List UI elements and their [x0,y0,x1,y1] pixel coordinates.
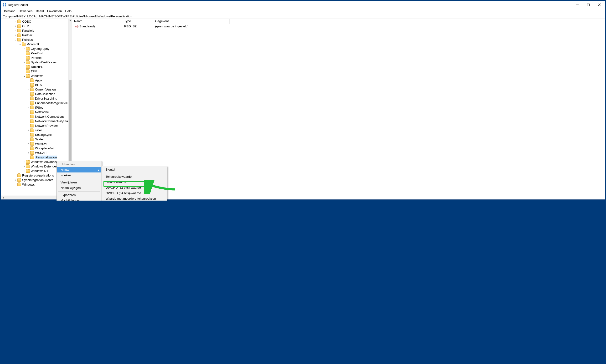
tree-item-label: Network Connections [35,115,65,118]
tree-item-system[interactable]: System [1,137,72,142]
tree-item-tpm[interactable]: TPM [1,69,72,74]
minimize-button[interactable] [572,1,583,8]
tree-item-safer[interactable]: ›safer [1,128,72,132]
tree-item-label: Partner [22,33,32,37]
folder-icon [17,38,21,41]
folder-icon [26,169,30,173]
tree-item-driversearching[interactable]: DriverSearching [1,96,72,101]
submenu-item-binaire-waarde[interactable]: Binaire waarde [102,179,167,185]
expand-icon[interactable]: › [27,106,30,109]
tree-item-networkconnectivitystatusindicator[interactable]: NetworkConnectivityStatusIndicator [1,119,72,123]
tree-item-bits[interactable]: BITS [1,83,72,87]
window-controls [572,1,605,8]
tree-item-wcmsvc[interactable]: ›WcmSvc [1,142,72,146]
folder-icon [30,151,34,155]
expand-icon[interactable]: › [14,29,17,32]
tree-item-appx[interactable]: Appx [1,78,72,83]
expand-icon[interactable]: › [23,61,26,64]
tree-item-wsdapi[interactable]: ›WSDAPI [1,151,72,155]
expand-icon[interactable]: › [27,143,30,145]
tree-item-windows[interactable]: ⌄Windows [1,74,72,78]
menu-beeld[interactable]: Beeld [35,9,45,13]
tree-item-network-connections[interactable]: Network Connections [1,114,72,119]
folder-icon [30,129,34,132]
expand-icon[interactable]: › [23,161,26,163]
expand-icon[interactable]: › [14,179,17,181]
ctx-item-naam-wijzigen[interactable]: Naam wijzigen [57,185,101,191]
tree-item-personalization[interactable]: Personalization [1,155,72,160]
expand-icon[interactable]: › [27,152,30,154]
submenu-item-waarde-met-meerdere-tekenreeksen[interactable]: Waarde met meerdere tekenreeksen [102,196,167,201]
menu-bewerken[interactable]: Bewerken [17,9,34,13]
expand-icon[interactable]: › [14,20,17,23]
folder-icon [26,165,30,168]
column-type[interactable]: Type [122,19,153,24]
tree-item-parallels[interactable]: ›Parallels [1,28,72,33]
tree-item-networkprovider[interactable]: NetworkProvider [1,123,72,128]
folder-icon [17,34,21,37]
collapse-icon[interactable]: ⌄ [14,38,17,41]
svg-rect-3 [5,5,6,6]
tree-item-datacollection[interactable]: DataCollection [1,92,72,96]
folder-icon [17,25,21,28]
tree-item-tabletpc[interactable]: TabletPC [1,65,72,69]
folder-icon [30,106,34,109]
expand-icon[interactable]: › [27,88,30,91]
folder-icon [30,97,34,100]
ctx-item-nieuw[interactable]: Nieuw▶ [57,167,101,172]
ctx-item-exporteren[interactable]: Exporteren [57,192,101,198]
menu-help[interactable]: Help [64,9,73,13]
address-bar[interactable]: Computer\HKEY_LOCAL_MACHINE\SOFTWARE\Pol… [1,14,605,19]
expand-icon[interactable]: › [23,165,26,168]
folder-icon [30,111,34,114]
expand-icon[interactable]: › [27,129,30,131]
scroll-left-arrow[interactable]: ◀ [1,196,5,199]
submenu-arrow-icon: ▶ [98,169,100,171]
list-row[interactable]: ab(Standaard)REG_SZ(geen waarde ingestel… [72,24,605,29]
tree-item-oem[interactable]: ›OEM [1,24,72,28]
menu-bestand[interactable]: Bestand [3,9,17,13]
submenu-item-sleutel[interactable]: Sleutel [102,167,167,172]
ctx-item-machtigingen[interactable]: Machtigingen... [57,198,101,201]
expand-icon[interactable]: › [23,169,26,172]
tree-item-cryptography[interactable]: ›Cryptography [1,46,72,51]
expand-icon[interactable]: › [14,25,17,27]
tree-item-ipsec[interactable]: ›IPSec [1,105,72,110]
close-button[interactable] [594,1,605,8]
tree-item-microsoft[interactable]: ⌄Microsoft [1,42,72,46]
submenu-item-qword-64-bits-waarde[interactable]: QWORD (64 bits)-waarde [102,190,167,196]
tree-item-peernet[interactable]: Peernet [1,55,72,60]
collapse-icon[interactable]: ⌄ [18,43,22,46]
submenu-item-tekenreekswaarde[interactable]: Tekenreekswaarde [102,174,167,179]
tree-item-label: Windows [31,74,43,78]
folder-icon [17,178,21,182]
tree-item-currentversion[interactable]: ›CurrentVersion [1,87,72,92]
column-name[interactable]: Naam [72,19,122,24]
scroll-up-arrow[interactable]: ▲ [68,19,72,23]
tree-item-netcache[interactable]: NetCache [1,110,72,114]
tree-item-systemcertificates[interactable]: ›SystemCertificates [1,60,72,65]
tree-item-label: RegisteredApplications [22,174,54,177]
folder-icon [17,29,21,32]
ctx-item-zoeken[interactable]: Zoeken... [57,172,101,178]
tree-item-label: NetworkConnectivityStatusIndicator [35,119,72,123]
submenu-item-dword-32-bits-waarde[interactable]: DWORD (32 bits)-waarde [102,185,167,190]
maximize-button[interactable] [583,1,594,8]
tree-item-settingsync[interactable]: SettingSync [1,132,72,137]
app-icon [3,3,6,7]
list-body[interactable]: ab(Standaard)REG_SZ(geen waarde ingestel… [72,24,605,29]
tree-item-partner[interactable]: ›Partner [1,33,72,37]
ctx-item-verwijderen[interactable]: Verwijderen [57,180,101,185]
tree-item-workplacejoin[interactable]: WorkplaceJoin [1,146,72,151]
tree-item-label: DriverSearching [35,97,57,100]
menu-favorieten[interactable]: Favorieten [46,9,63,13]
column-data[interactable]: Gegevens [153,19,229,24]
collapse-icon[interactable]: ⌄ [23,75,26,77]
tree-item-policies[interactable]: ⌄Policies [1,37,72,42]
tree-item-odbc[interactable]: ›ODBC [1,19,72,24]
expand-icon[interactable]: › [14,34,17,37]
tree-item-peerdist[interactable]: PeerDist [1,51,72,55]
window-title: Register-editor [8,3,28,7]
tree-item-enhancedstoragedevices[interactable]: EnhancedStorageDevices [1,101,72,105]
expand-icon[interactable]: › [23,47,26,50]
